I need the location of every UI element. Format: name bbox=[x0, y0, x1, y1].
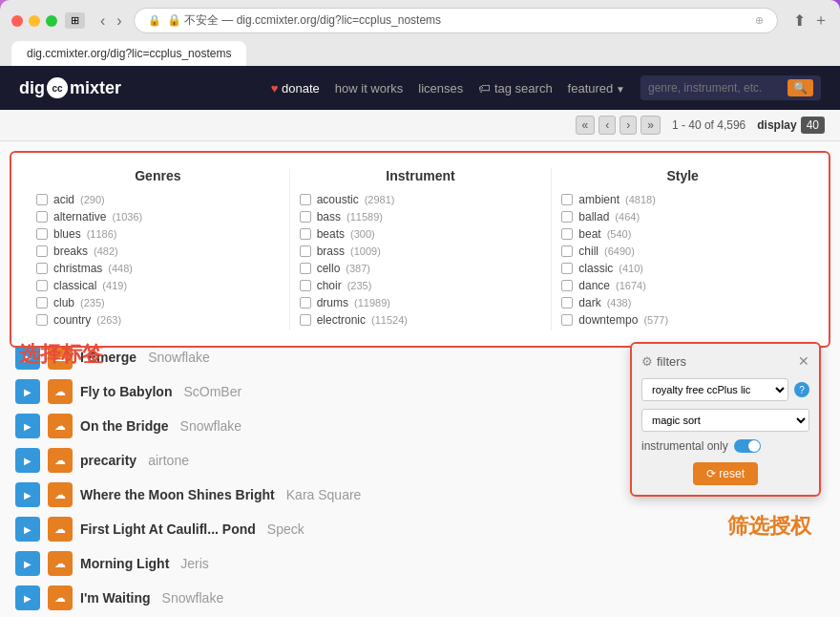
close-window-button[interactable] bbox=[11, 15, 23, 27]
style-ballad[interactable]: ballad(464) bbox=[561, 210, 804, 223]
instrument-brass-checkbox[interactable] bbox=[300, 245, 311, 257]
genre-country-checkbox[interactable] bbox=[36, 314, 48, 326]
instrument-beats-checkbox[interactable] bbox=[300, 228, 311, 240]
play-button-4[interactable]: ▶ bbox=[15, 448, 40, 473]
nav-how-it-works-link[interactable]: how it works bbox=[335, 81, 404, 96]
style-dance[interactable]: dance(1674) bbox=[561, 279, 804, 292]
style-beat[interactable]: beat(540) bbox=[561, 227, 804, 241]
first-page-button[interactable]: « bbox=[576, 116, 596, 135]
genre-club-checkbox[interactable] bbox=[36, 297, 48, 308]
instrument-bass[interactable]: bass(11589) bbox=[300, 210, 542, 223]
genre-christmas[interactable]: christmas(448) bbox=[36, 262, 280, 275]
new-tab-button[interactable]: ＋ bbox=[813, 11, 829, 31]
download-button-5[interactable]: ☁ bbox=[48, 482, 73, 507]
play-button-6[interactable]: ▶ bbox=[15, 517, 40, 542]
browser-back-button[interactable]: ‹ bbox=[96, 12, 109, 30]
style-dark-checkbox[interactable] bbox=[561, 297, 573, 308]
style-ambient-checkbox[interactable] bbox=[561, 194, 573, 205]
song-artist-7[interactable]: Jeris bbox=[180, 556, 209, 571]
nav-donate-link[interactable]: donate bbox=[271, 81, 320, 96]
sort-select[interactable]: magic sort bbox=[641, 409, 809, 432]
style-ambient[interactable]: ambient(4818) bbox=[561, 193, 804, 206]
genre-club[interactable]: club(235) bbox=[36, 296, 280, 309]
genre-alternative-checkbox[interactable] bbox=[36, 211, 48, 223]
song-artist-4[interactable]: airtone bbox=[148, 453, 189, 468]
address-bar[interactable]: 🔒 🔒 不安全 — dig.ccmixter.org/dig?lic=ccplu… bbox=[134, 8, 778, 33]
song-artist-8[interactable]: Snowflake bbox=[162, 590, 224, 606]
genre-classical-checkbox[interactable] bbox=[36, 280, 48, 291]
song-artist-2[interactable]: ScOmBer bbox=[183, 384, 242, 399]
active-tab[interactable]: dig.ccmixter.org/dig?lic=ccplus_nostems bbox=[11, 41, 246, 66]
search-input[interactable] bbox=[648, 81, 782, 95]
play-button-5[interactable]: ▶ bbox=[15, 482, 40, 507]
instrument-acoustic-checkbox[interactable] bbox=[300, 194, 311, 205]
reload-icon[interactable]: ⊕ bbox=[755, 14, 764, 27]
browser-forward-button[interactable]: › bbox=[113, 12, 125, 30]
genre-blues-checkbox[interactable] bbox=[36, 228, 48, 240]
minimize-window-button[interactable] bbox=[29, 15, 40, 27]
window-grid-button[interactable]: ⊞ bbox=[65, 12, 85, 29]
play-button-2[interactable]: ▶ bbox=[15, 379, 40, 404]
help-icon[interactable]: ? bbox=[794, 382, 809, 397]
genre-acid-checkbox[interactable] bbox=[36, 194, 48, 205]
genre-alternative[interactable]: alternative(1036) bbox=[36, 210, 280, 223]
instrument-cello-checkbox[interactable] bbox=[300, 263, 311, 274]
genre-christmas-checkbox[interactable] bbox=[36, 263, 48, 274]
instrument-drums-checkbox[interactable] bbox=[300, 297, 311, 308]
style-ballad-checkbox[interactable] bbox=[561, 211, 573, 223]
share-button[interactable]: ⬆ bbox=[793, 11, 806, 31]
genre-breaks-checkbox[interactable] bbox=[36, 245, 48, 257]
instrument-choir-checkbox[interactable] bbox=[300, 280, 311, 291]
instrumental-toggle[interactable] bbox=[734, 439, 761, 453]
maximize-window-button[interactable] bbox=[46, 15, 57, 27]
nav-tag-search-link[interactable]: tag search bbox=[478, 81, 552, 96]
instrument-brass[interactable]: brass(1009) bbox=[300, 245, 542, 258]
download-button-4[interactable]: ☁ bbox=[48, 448, 73, 473]
instrument-electronic-checkbox[interactable] bbox=[300, 314, 311, 326]
style-chill[interactable]: chill(6490) bbox=[561, 245, 804, 258]
nav-featured-link[interactable]: featured bbox=[568, 81, 625, 96]
genre-country[interactable]: country(263) bbox=[36, 313, 280, 327]
play-button-7[interactable]: ▶ bbox=[15, 551, 40, 576]
style-chill-checkbox[interactable] bbox=[561, 245, 573, 257]
style-beat-checkbox[interactable] bbox=[561, 228, 573, 240]
song-artist-6[interactable]: Speck bbox=[267, 521, 304, 537]
download-button-6[interactable]: ☁ bbox=[48, 517, 73, 542]
play-button-8[interactable]: ▶ bbox=[15, 585, 40, 610]
instrument-choir[interactable]: choir(235) bbox=[300, 279, 542, 292]
play-button-3[interactable]: ▶ bbox=[15, 414, 40, 438]
license-select[interactable]: royalty free ccPlus lic bbox=[641, 378, 788, 401]
download-button-8[interactable]: ☁ bbox=[48, 585, 73, 610]
genre-acid[interactable]: acid(290) bbox=[36, 193, 280, 206]
style-downtempo[interactable]: downtempo(577) bbox=[561, 313, 804, 327]
genre-breaks[interactable]: breaks(482) bbox=[36, 245, 280, 258]
style-classic-checkbox[interactable] bbox=[561, 263, 573, 274]
style-classic[interactable]: classic(410) bbox=[561, 262, 804, 275]
genre-classical[interactable]: classical(419) bbox=[36, 279, 280, 292]
gear-icon: ⚙ bbox=[641, 354, 653, 369]
download-button-2[interactable]: ☁ bbox=[48, 379, 73, 404]
style-downtempo-checkbox[interactable] bbox=[561, 314, 573, 326]
instrument-bass-checkbox[interactable] bbox=[300, 211, 311, 223]
instrument-electronic[interactable]: electronic(11524) bbox=[300, 313, 542, 327]
instrument-beats[interactable]: beats(300) bbox=[300, 227, 542, 241]
instrument-cello[interactable]: cello(387) bbox=[300, 262, 542, 275]
song-artist-5[interactable]: Kara Square bbox=[286, 487, 362, 502]
download-button-7[interactable]: ☁ bbox=[48, 551, 73, 576]
reset-button[interactable]: ⟳ reset bbox=[693, 462, 758, 485]
logo[interactable]: dig cc mixter bbox=[19, 77, 121, 98]
style-dark[interactable]: dark(438) bbox=[561, 296, 804, 309]
song-artist-1[interactable]: Snowflake bbox=[148, 350, 210, 365]
filters-close-button[interactable]: ✕ bbox=[798, 353, 809, 369]
instrument-acoustic[interactable]: acoustic(2981) bbox=[300, 193, 542, 206]
last-page-button[interactable]: » bbox=[640, 116, 661, 135]
prev-page-button[interactable]: ‹ bbox=[598, 116, 616, 135]
next-page-button[interactable]: › bbox=[620, 116, 637, 135]
genre-blues[interactable]: blues(1186) bbox=[36, 227, 280, 241]
download-button-3[interactable]: ☁ bbox=[48, 414, 73, 438]
song-artist-3[interactable]: Snowflake bbox=[180, 418, 242, 434]
instrument-drums[interactable]: drums(11989) bbox=[300, 296, 542, 309]
nav-licenses-link[interactable]: licenses bbox=[418, 81, 463, 96]
search-button[interactable]: 🔍 bbox=[788, 79, 813, 96]
style-dance-checkbox[interactable] bbox=[561, 280, 573, 291]
